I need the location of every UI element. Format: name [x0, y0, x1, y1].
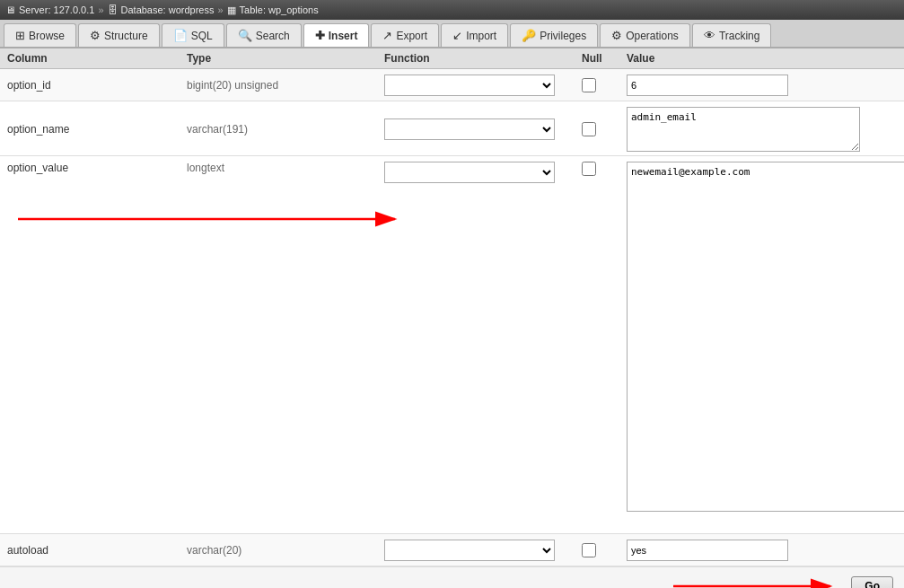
tab-insert-label: Insert [329, 30, 358, 42]
title-table-icon: ▦ [227, 4, 236, 16]
option-value-label: option_value [7, 162, 68, 174]
row-option-value: option_value longtext newemail@exam [0, 156, 904, 534]
autoload-type: varchar(20) [187, 544, 241, 557]
option-id-type: bigint(20) unsigned [187, 79, 278, 92]
bottom-arrow [664, 573, 844, 588]
cell-autoload-function [377, 536, 575, 565]
autoload-value-input[interactable] [627, 540, 788, 561]
tab-import-label: Import [466, 30, 496, 42]
tab-export[interactable]: ↗ Export [371, 23, 439, 47]
header-value: Value [627, 52, 897, 65]
title-database: Database: wordpress [121, 4, 215, 15]
tab-insert[interactable]: ✚ Insert [303, 23, 370, 47]
cell-option-id-function [377, 71, 575, 100]
cell-option-value-null [575, 156, 619, 533]
option-id-value-input[interactable] [627, 75, 788, 96]
privileges-icon: 🔑 [522, 29, 536, 42]
cell-option-name-type: varchar(191) [180, 118, 377, 139]
option-name-function-select[interactable] [384, 118, 555, 140]
column-headers: Column Type Function Null Value [0, 48, 904, 69]
tab-tracking-label: Tracking [719, 30, 760, 42]
header-type: Type [187, 52, 384, 65]
autoload-label: autoload [7, 544, 48, 557]
cell-option-value-value: newemail@example.com ↻ [619, 156, 904, 533]
go-button[interactable]: Go [851, 576, 893, 588]
title-db-icon: 🗄 [108, 4, 118, 15]
title-server: Server: 127.0.0.1 [19, 4, 94, 15]
option-name-value-textarea[interactable]: admin_email [627, 107, 860, 152]
header-column: Column [7, 52, 187, 65]
option-name-type: varchar(191) [187, 123, 248, 136]
cell-option-id-name: option_id [0, 75, 180, 95]
insert-icon: ✚ [315, 29, 325, 42]
row-option-name: option_name varchar(191) admin_email [0, 101, 904, 156]
cell-option-value-function [377, 156, 575, 533]
option-name-label: option_name [7, 123, 69, 136]
tab-operations[interactable]: ⚙ Operations [600, 23, 690, 47]
tab-sql-label: SQL [191, 30, 213, 42]
cell-option-id-null [575, 75, 619, 96]
row-autoload: autoload varchar(20) [0, 534, 904, 566]
browse-icon: ⊞ [15, 29, 25, 42]
tab-sql[interactable]: 📄 SQL [162, 23, 224, 47]
cell-autoload-null [575, 540, 619, 561]
main-content: Column Type Function Null Value option_i… [0, 48, 904, 588]
cell-option-value-name: option_value [0, 156, 180, 533]
cell-option-id-value [619, 71, 904, 100]
search-icon: 🔍 [238, 29, 252, 42]
structure-icon: ⚙ [90, 29, 101, 42]
operations-icon: ⚙ [611, 29, 622, 42]
cell-autoload-name: autoload [0, 540, 180, 560]
tab-browse-label: Browse [29, 30, 65, 42]
cell-option-name-value: admin_email [619, 101, 904, 155]
tab-import[interactable]: ↙ Import [441, 23, 508, 47]
tab-tracking[interactable]: 👁 Tracking [692, 23, 772, 47]
autoload-null-checkbox[interactable] [582, 543, 596, 557]
tab-export-label: Export [396, 30, 427, 42]
sql-icon: 📄 [173, 29, 188, 42]
tab-structure-label: Structure [104, 30, 148, 42]
cell-autoload-type: varchar(20) [180, 540, 377, 560]
title-bar: 🖥 Server: 127.0.0.1 » 🗄 Database: wordpr… [0, 0, 904, 20]
autoload-function-select[interactable] [384, 540, 555, 561]
option-id-label: option_id [7, 79, 51, 92]
tab-search[interactable]: 🔍 Search [226, 23, 302, 47]
option-value-null-checkbox[interactable] [582, 162, 596, 176]
cell-option-name-name: option_name [0, 118, 180, 139]
option-value-type: longtext [187, 162, 224, 174]
import-icon: ↙ [452, 29, 462, 42]
header-null: Null [582, 52, 627, 65]
option-value-value-textarea[interactable]: newemail@example.com [627, 162, 904, 512]
header-function: Function [384, 52, 582, 65]
cell-option-id-type: bigint(20) unsigned [180, 75, 377, 95]
tab-operations-label: Operations [626, 30, 679, 42]
tab-browse[interactable]: ⊞ Browse [4, 23, 76, 47]
tab-bar: ⊞ Browse ⚙ Structure 📄 SQL 🔍 Search ✚ In… [0, 20, 904, 48]
title-server-icon: 🖥 [5, 4, 15, 15]
cell-option-name-null [575, 117, 619, 140]
title-table: Table: wp_options [240, 4, 319, 15]
tab-structure[interactable]: ⚙ Structure [78, 23, 160, 47]
tracking-icon: 👁 [704, 29, 715, 42]
cell-option-name-function [377, 113, 575, 144]
tab-privileges-label: Privileges [540, 30, 586, 42]
option-id-null-checkbox[interactable] [582, 78, 596, 92]
cell-option-value-type: longtext [180, 156, 377, 533]
option-id-function-select[interactable] [384, 75, 555, 96]
row-option-id: option_id bigint(20) unsigned [0, 69, 904, 101]
option-value-function-select[interactable] [384, 162, 555, 183]
cell-autoload-value [619, 536, 904, 565]
tab-search-label: Search [256, 30, 290, 42]
go-row: Go [0, 566, 904, 588]
option-name-null-checkbox[interactable] [582, 122, 596, 136]
export-icon: ↗ [382, 29, 392, 42]
tab-privileges[interactable]: 🔑 Privileges [510, 23, 598, 47]
